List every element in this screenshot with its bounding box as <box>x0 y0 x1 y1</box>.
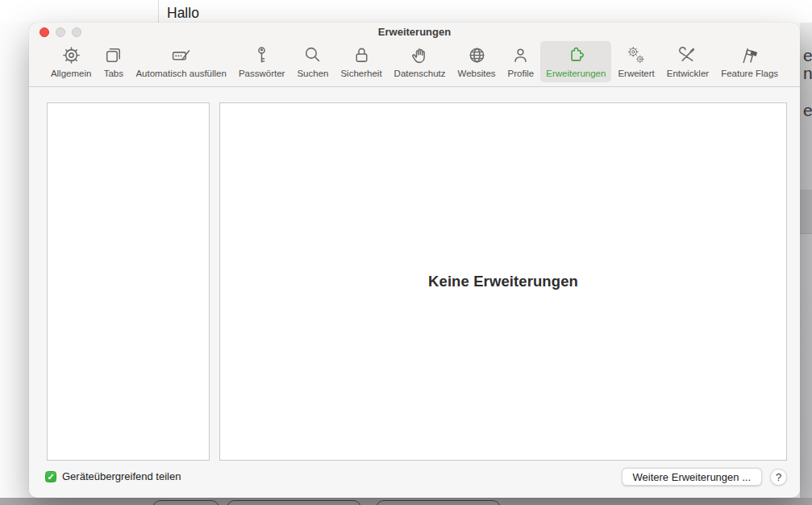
tab-allgemein[interactable]: Allgemein <box>45 41 98 82</box>
extension-detail-panel: Keine Erweiterungen <box>219 102 787 461</box>
titlebar: Erweiterungen Allgemein <box>29 23 800 87</box>
autofill-icon <box>171 44 191 66</box>
tab-label: Datenschutz <box>394 69 446 78</box>
tab-passwoerter[interactable]: Passwörter <box>233 41 291 82</box>
gear-icon <box>61 44 81 66</box>
tab-entwickler[interactable]: Entwickler <box>661 41 714 82</box>
tab-label: Erweiterungen <box>546 69 606 78</box>
background-page-top: Hallo <box>0 0 812 23</box>
share-across-devices-row: ✓ Geräteübergreifend teilen <box>45 470 181 482</box>
tab-label: Websites <box>458 69 496 78</box>
tab-label: Passwörter <box>239 69 285 78</box>
background-text-fragment: n <box>803 64 812 83</box>
tab-suchen[interactable]: Suchen <box>291 41 334 82</box>
gears-icon <box>627 44 647 66</box>
tab-label: Feature Flags <box>721 69 778 78</box>
empty-state-message: Keine Erweiterungen <box>428 273 578 290</box>
share-across-devices-checkbox[interactable]: ✓ <box>45 471 56 482</box>
tab-label: Erweitert <box>618 69 654 78</box>
background-button <box>227 500 361 505</box>
tab-label: Profile <box>508 69 535 78</box>
window-title: Erweiterungen <box>29 26 800 38</box>
tab-feature-flags[interactable]: Feature Flags <box>715 41 784 82</box>
background-page-bottom-edge <box>0 498 812 505</box>
tab-datenschutz[interactable]: Datenschutz <box>389 41 452 82</box>
person-icon <box>510 44 531 66</box>
tab-erweiterungen[interactable]: Erweiterungen <box>540 41 611 82</box>
tab-websites[interactable]: Websites <box>452 41 502 82</box>
background-page-text: Hallo <box>167 5 199 22</box>
tab-automatisch-ausfuellen[interactable]: Automatisch ausfüllen <box>130 41 232 82</box>
tab-label: Entwickler <box>667 69 709 78</box>
help-button[interactable]: ? <box>770 469 787 486</box>
puzzle-icon <box>566 44 586 66</box>
tab-label: Sicherheit <box>340 69 381 78</box>
tab-label: Automatisch ausfüllen <box>135 69 227 78</box>
tab-erweitert[interactable]: Erweitert <box>612 41 660 82</box>
flags-icon <box>739 44 760 66</box>
background-page-right-edge: e n e <box>800 23 812 498</box>
tab-sicherheit[interactable]: Sicherheit <box>335 41 387 82</box>
settings-toolbar: Allgemein Tabs <box>29 41 800 82</box>
background-button <box>376 500 501 505</box>
tabs-icon <box>103 44 123 66</box>
background-scrollbar-thumb <box>800 190 812 234</box>
tab-label: Suchen <box>297 69 328 78</box>
safari-settings-window: Erweiterungen Allgemein <box>29 23 800 498</box>
tools-icon <box>677 44 697 66</box>
hand-icon <box>410 44 430 66</box>
background-divider <box>158 0 159 23</box>
background-text-fragment: e <box>803 46 812 65</box>
background-button <box>152 500 219 505</box>
tab-profile[interactable]: Profile <box>502 41 540 82</box>
tab-tabs[interactable]: Tabs <box>98 41 129 82</box>
footer-bar: ✓ Geräteübergreifend teilen Weitere Erwe… <box>29 461 800 497</box>
tab-label: Tabs <box>104 69 123 78</box>
lock-icon <box>352 44 372 66</box>
more-extensions-button[interactable]: Weitere Erweiterungen ... <box>622 468 762 486</box>
screen: Hallo e n e Erweiterungen <box>0 0 812 505</box>
key-icon <box>252 44 272 66</box>
search-icon <box>302 44 323 66</box>
globe-icon <box>467 44 487 66</box>
extensions-list-panel <box>47 102 210 461</box>
settings-body: Keine Erweiterungen ✓ Geräteübergreifend… <box>29 87 800 497</box>
background-text-fragment: e <box>803 101 812 120</box>
tab-label: Allgemein <box>51 69 92 78</box>
share-across-devices-label: Geräteübergreifend teilen <box>62 470 181 482</box>
